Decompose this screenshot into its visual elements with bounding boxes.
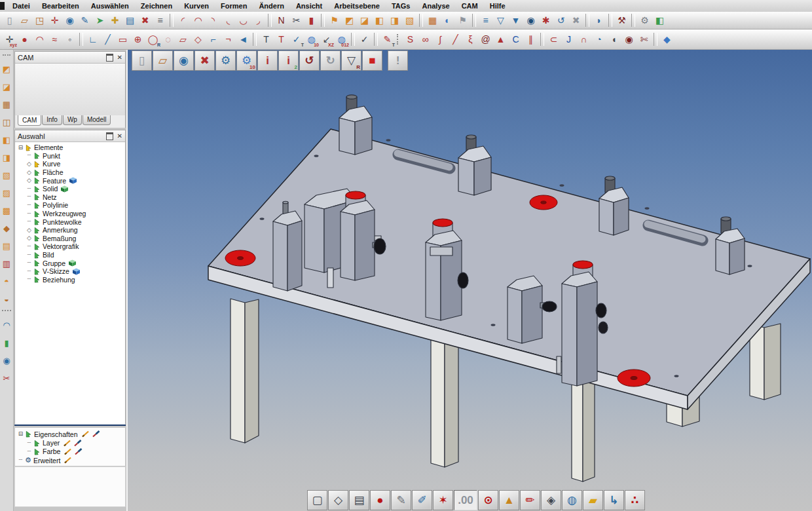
- gear-feedrate-icon[interactable]: ⚙10: [236, 50, 257, 71]
- hatch-icon[interactable]: ∥: [523, 32, 538, 47]
- tree-item-gruppe[interactable]: ┈Gruppe: [15, 259, 125, 267]
- point-stand-icon[interactable]: ⊙: [478, 490, 498, 510]
- point-curve-knot-icon[interactable]: ≈: [47, 32, 62, 47]
- analyze-curvature-icon[interactable]: ◠: [1, 316, 13, 334]
- menu-cam[interactable]: CAM: [456, 1, 484, 12]
- regen-filter-icon[interactable]: ▽R: [341, 50, 361, 71]
- point-single-icon[interactable]: ●: [17, 32, 32, 47]
- tab-modell[interactable]: Modell: [83, 115, 111, 125]
- close-file-icon[interactable]: ✖: [138, 13, 153, 28]
- undo-big-icon[interactable]: ↺: [553, 13, 568, 28]
- curve-close-icon[interactable]: ◞: [251, 13, 266, 28]
- new-part-icon[interactable]: ▯: [132, 50, 152, 71]
- curve-arc-icon[interactable]: ◟: [221, 13, 236, 28]
- tree-item-kurve[interactable]: ◇Kurve: [15, 160, 125, 168]
- info-solid-icon[interactable]: i: [257, 50, 278, 71]
- arc-c-icon[interactable]: ⊂: [546, 32, 561, 47]
- point-on-curve-icon[interactable]: ◠: [32, 32, 47, 47]
- eyedropper-icon[interactable]: [74, 448, 83, 455]
- pen-icon[interactable]: [63, 440, 71, 447]
- menu-zeichnen[interactable]: Zeichnen: [135, 1, 178, 12]
- text-pencil-icon[interactable]: ✎T: [380, 32, 395, 47]
- surface-sweep-icon[interactable]: ◪: [1, 78, 13, 96]
- assembly-parts-icon[interactable]: ▦: [425, 13, 440, 28]
- close-part-icon[interactable]: ✖: [194, 50, 215, 71]
- surface-note-10-icon[interactable]: ◍10: [304, 32, 319, 47]
- surface-stitch-icon[interactable]: ▤: [1, 237, 13, 255]
- star-points-icon[interactable]: ✶: [433, 490, 453, 510]
- auswahl-panel-titlebar[interactable]: Auswahl ✕: [15, 130, 125, 142]
- shield-surface-icon[interactable]: ◆: [659, 32, 674, 47]
- redo-icon[interactable]: ↻: [320, 50, 341, 71]
- menu-arbeitsebene[interactable]: Arbeitsebene: [328, 1, 386, 12]
- edit-sheet-icon[interactable]: ✎: [77, 13, 92, 28]
- note-list-icon[interactable]: ≡: [153, 13, 168, 28]
- selection-filter-icon[interactable]: ▼: [508, 13, 523, 28]
- diamond-expander-icon[interactable]: ◇: [26, 161, 33, 167]
- curve-blend-icon[interactable]: ◡: [236, 13, 251, 28]
- surface-revolve-icon[interactable]: ◫: [1, 113, 13, 131]
- curve-corner-icon[interactable]: ◜: [175, 13, 191, 28]
- ellipse-icon[interactable]: ◌: [160, 32, 175, 47]
- curve-trim-icon[interactable]: ◝: [206, 13, 221, 28]
- alert-icon[interactable]: !: [388, 50, 408, 71]
- diamond-expander-icon[interactable]: ◇: [26, 227, 33, 233]
- tree-item-fläche[interactable]: ◇Fläche: [15, 168, 125, 177]
- polygon-icon[interactable]: ◇: [191, 32, 206, 47]
- point-link-icon[interactable]: ∴: [625, 490, 645, 510]
- collapse-toggle-icon[interactable]: ⊟: [17, 145, 24, 151]
- menu-datei[interactable]: Datei: [7, 1, 36, 12]
- sphere-striped-icon[interactable]: ◉: [621, 32, 637, 47]
- curve-point-edit-icon[interactable]: ✂: [289, 13, 304, 28]
- surface-note-012-icon[interactable]: ◍012: [334, 32, 349, 47]
- eyedropper-icon[interactable]: [92, 430, 100, 438]
- material-ball-icon[interactable]: ●: [370, 490, 390, 510]
- float-panel-icon[interactable]: [106, 132, 113, 140]
- machining-gear-icon[interactable]: ⚙: [215, 50, 236, 71]
- options-half-icon[interactable]: ◧: [652, 13, 667, 28]
- tree-item-bemaßung[interactable]: ◇Bemaßung: [15, 235, 125, 243]
- cone-striped-icon[interactable]: ▲: [493, 32, 508, 47]
- tab-info[interactable]: Info: [42, 115, 62, 125]
- point-target-icon[interactable]: ⊕: [130, 32, 145, 47]
- surface-twist-icon[interactable]: ◒: [1, 290, 13, 308]
- tree-item-punktewolke[interactable]: ┈Punktewolke: [15, 218, 125, 226]
- tree-item-werkzeugweg[interactable]: ┈Werkzeugweg: [15, 210, 125, 218]
- sketch-freehand-icon[interactable]: ∫: [433, 32, 448, 47]
- plane-yellow-icon[interactable]: ▰: [583, 490, 603, 510]
- origin-xyz-icon[interactable]: ✛xyz: [2, 32, 17, 47]
- tree-item-polylinie[interactable]: ┈Polylinie: [15, 201, 125, 210]
- tab-cam[interactable]: CAM: [18, 115, 41, 126]
- spline-icon[interactable]: S: [403, 32, 418, 47]
- tree-item-farbe[interactable]: ┈Farbe: [15, 447, 125, 456]
- text-tool-icon[interactable]: T: [259, 32, 274, 47]
- eraser-icon[interactable]: ✖: [568, 13, 583, 28]
- surface-wrap-icon[interactable]: ◨: [387, 13, 402, 28]
- polyline-icon[interactable]: ∟: [85, 32, 100, 47]
- analyze-flow-icon[interactable]: ▮: [1, 334, 13, 352]
- tree-item-eigenschaften[interactable]: ⊟Eigenschaften: [15, 430, 125, 438]
- surface-net-icon[interactable]: ▦: [1, 96, 13, 113]
- menu-bearbeiten[interactable]: Bearbeiten: [36, 1, 85, 12]
- analyze-deviation-icon[interactable]: ✂: [1, 369, 13, 387]
- surface-blend-icon[interactable]: ▩: [1, 202, 13, 219]
- layers-icon[interactable]: ▤: [349, 490, 369, 510]
- sheet-bend-icon[interactable]: ◗: [591, 13, 606, 28]
- machine-tool-icon[interactable]: ⚒: [614, 13, 629, 28]
- surface-match-icon[interactable]: ▧: [402, 13, 417, 28]
- analyze-section-icon[interactable]: ◉: [1, 352, 13, 369]
- menu-analyse[interactable]: Analyse: [416, 1, 455, 12]
- cam-disc-icon[interactable]: ◉: [62, 13, 77, 28]
- list-blue-icon[interactable]: ≡: [478, 13, 493, 28]
- arc-n-icon[interactable]: ∩: [576, 32, 591, 47]
- sketch-pen-icon[interactable]: ✎: [391, 490, 411, 510]
- menu-formen[interactable]: Formen: [215, 1, 253, 12]
- tree-item-netz[interactable]: ┈Netz: [15, 193, 125, 202]
- diamond-expander-icon[interactable]: ◇: [26, 170, 33, 176]
- brush-axis-icon[interactable]: ✐: [412, 490, 432, 510]
- favorites-list-icon[interactable]: ✱: [538, 13, 553, 28]
- viewport-3d[interactable]: ▯▱◉✖⚙⚙10ii2↺↻▽R■! ▢◇▤●✎✐✶.00⊙▲✏◈◍▰↳∴: [128, 50, 812, 511]
- tree-item-bild[interactable]: ┈Bild: [15, 251, 125, 259]
- surface-flag-gray-icon[interactable]: ⚑: [455, 13, 470, 28]
- menu-kurven[interactable]: Kurven: [178, 1, 215, 12]
